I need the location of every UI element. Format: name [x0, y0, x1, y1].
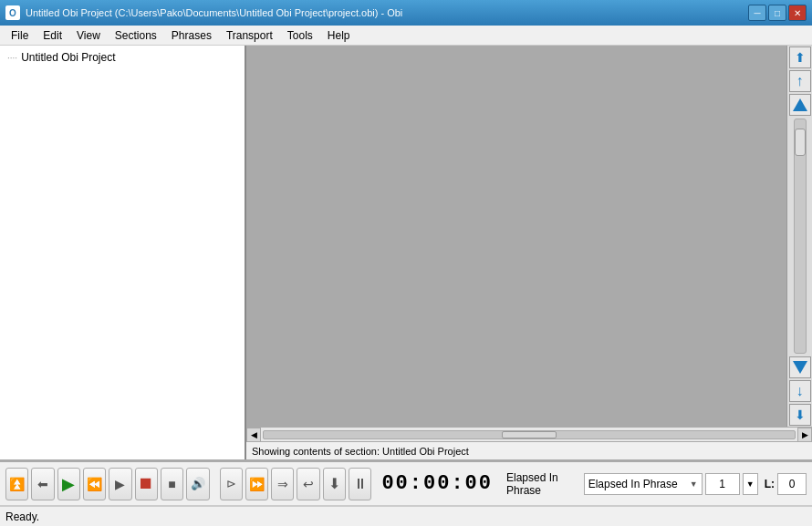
elapsed-dropdown-value: Elapsed In Phrase [588, 478, 678, 490]
rewind-button[interactable]: ⏪ [83, 468, 106, 500]
right-scrollbar: ⬆ ↑ ↓ ⬇ [786, 46, 812, 427]
status-text: Ready. [5, 511, 39, 523]
audio-settings-button[interactable]: 🔊 [186, 468, 209, 500]
menu-tools[interactable]: Tools [280, 27, 320, 44]
scroll-up-button[interactable]: ↑ [789, 70, 811, 92]
hscroll-right-button[interactable]: ▶ [797, 428, 812, 442]
mark-button[interactable]: ⊳ [220, 468, 243, 500]
menu-file[interactable]: File [4, 27, 36, 44]
triangle-down-icon [793, 361, 807, 374]
window-controls[interactable]: ─ □ ✕ [748, 5, 807, 21]
tree-root-item[interactable]: ···· Untitled Obi Project [4, 49, 241, 66]
title-bar-left: O Untitled Obi Project (C:\Users\Pako\Do… [5, 5, 402, 20]
skip-forward-button[interactable]: ⏩ [245, 468, 268, 500]
l-value-input[interactable] [777, 473, 807, 495]
app-icon: O [5, 5, 20, 20]
menu-bar: File Edit View Sections Phrases Transpor… [0, 26, 812, 46]
go-to-beginning-button[interactable]: ⏫ [5, 468, 28, 500]
phrase-forward-button[interactable]: ⇒ [271, 468, 294, 500]
elapsed-dropdown[interactable]: Elapsed In Phrase ▼ [584, 473, 703, 495]
tree-root-label: Untitled Obi Project [21, 51, 115, 64]
menu-edit[interactable]: Edit [36, 27, 69, 44]
menu-transport[interactable]: Transport [219, 27, 280, 44]
status-bar: Ready. [0, 506, 812, 526]
dropdown-arrow-icon: ▼ [690, 480, 698, 489]
move-down-button[interactable]: ⬇ [323, 468, 346, 500]
scroll-top-skip-button[interactable]: ⬆ [789, 46, 811, 68]
hscroll-left-button[interactable]: ◀ [246, 428, 261, 442]
time-display: 00:00:00 [374, 472, 500, 495]
menu-phrases[interactable]: Phrases [164, 27, 219, 44]
l-label: L: [765, 478, 775, 490]
section-status-bar: Showing contents of section: Untitled Ob… [246, 441, 812, 459]
close-button[interactable]: ✕ [788, 5, 807, 21]
title-bar: O Untitled Obi Project (C:\Users\Pako\Do… [0, 0, 812, 26]
horizontal-scrollbar: ◀ ▶ [246, 427, 812, 441]
right-wrapper: ⬆ ↑ ↓ ⬇ [246, 46, 812, 459]
hscroll-thumb[interactable] [502, 431, 557, 438]
content-area [246, 46, 786, 427]
tree-expand-dots: ···· [7, 53, 17, 63]
main-area: ···· Untitled Obi Project ⬆ ↑ [0, 46, 812, 460]
scroll-thumb[interactable] [795, 129, 806, 156]
pause-button[interactable]: ⏸ [349, 468, 371, 500]
scroll-bottom-skip-button[interactable]: ⬇ [789, 404, 811, 426]
left-panel: ···· Untitled Obi Project [0, 46, 246, 459]
menu-help[interactable]: Help [320, 27, 358, 44]
menu-sections[interactable]: Sections [108, 27, 164, 44]
scroll-track[interactable] [794, 119, 807, 354]
page-number-dropdown-button[interactable]: ▼ [743, 473, 758, 495]
fast-forward-button[interactable]: ▶ [109, 468, 131, 500]
content-with-scroll: ⬆ ↑ ↓ ⬇ [246, 46, 812, 427]
stop-button[interactable]: ■ [161, 468, 183, 500]
scroll-down-button[interactable]: ↓ [789, 380, 811, 402]
scroll-page-down-button[interactable] [789, 356, 811, 378]
window-title: Untitled Obi Project (C:\Users\Pako\Docu… [26, 7, 402, 18]
elapsed-label: Elapsed In Phrase [506, 471, 581, 497]
page-number-input[interactable] [705, 473, 740, 495]
triangle-up-icon [793, 98, 807, 111]
maximize-button[interactable]: □ [768, 5, 786, 21]
minimize-button[interactable]: ─ [748, 5, 766, 21]
menu-view[interactable]: View [69, 27, 108, 44]
scroll-page-up-button[interactable] [789, 94, 811, 116]
play-button[interactable]: ▶ [57, 468, 80, 500]
section-forward-button[interactable]: ↩ [297, 468, 319, 500]
section-info-text: Showing contents of section: Untitled Ob… [252, 446, 469, 457]
record-button[interactable]: ⏹ [135, 468, 158, 500]
transport-bar: ⏫ ⬅ ▶ ⏪ ▶ ⏹ ■ 🔊 ⊳ ⏩ ⇒ ↩ ⬇ ⏸ 00:00:00 Ela… [0, 460, 812, 506]
hscroll-track[interactable] [263, 430, 796, 439]
step-back-button[interactable]: ⬅ [31, 468, 54, 500]
